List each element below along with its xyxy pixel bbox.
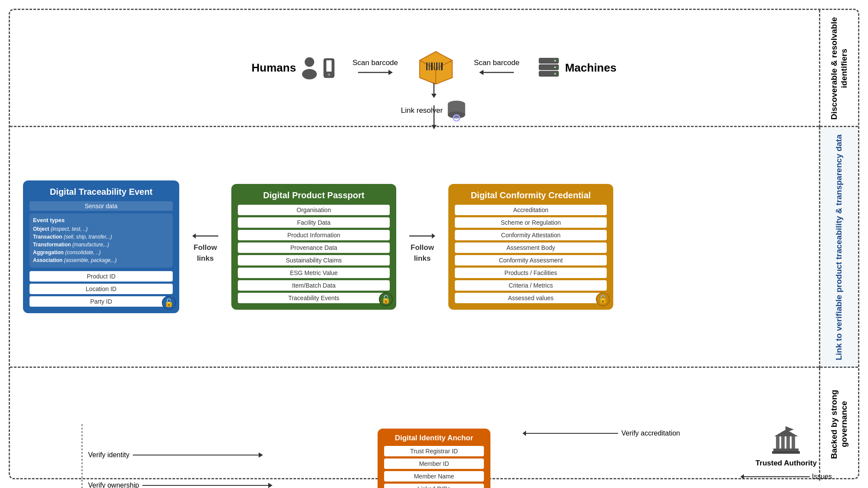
bot-row: Verify identity Verify ownership Digital… <box>10 368 858 481</box>
party-id: Party ID <box>30 296 173 307</box>
arrow-right-icon <box>358 67 393 78</box>
event-transaction: Transaction (sell, ship, transfer,..) <box>33 233 169 241</box>
verify-ownership-section: Verify ownership <box>88 481 273 488</box>
database-icon <box>446 100 467 121</box>
passport-product-info: Product Information <box>238 230 390 240</box>
top-to-mid-arrow <box>429 105 439 129</box>
humans-label: Humans <box>252 61 296 75</box>
issues-arrow <box>740 472 810 481</box>
verify-ownership-label: Verify ownership <box>88 481 139 488</box>
follow-links-right-label: Follow <box>411 243 434 252</box>
svg-marker-6 <box>388 70 393 75</box>
right-label-top: Discoverable & resolvable identifiers <box>819 10 858 127</box>
svg-rect-11 <box>426 62 427 70</box>
traceability-title: Digital Traceability Event <box>30 187 173 197</box>
svg-marker-35 <box>432 233 435 239</box>
conformity-products: Products / Facilities <box>455 268 607 278</box>
arrow-left-icon <box>479 67 514 78</box>
conformity-box: Digital Conformity Credential Accreditat… <box>448 184 613 310</box>
identity-member-name: Member Name <box>384 471 484 481</box>
verify-accreditation-arrow <box>523 429 618 438</box>
event-association: Association (assemble, package,..) <box>33 256 169 264</box>
svg-marker-44 <box>523 431 526 436</box>
conformity-items: Accreditation Scheme or Regulation Confo… <box>455 205 607 303</box>
conformity-attestation: Conformity Attestation <box>455 230 607 240</box>
event-object: Object (inspect, test, ..) <box>33 225 169 233</box>
passport-box: Digital Product Passport Organisation Fa… <box>231 184 396 310</box>
follow-links-left-label: Follow <box>194 243 217 252</box>
svg-rect-16 <box>439 62 440 70</box>
sensor-data: Sensor data <box>30 201 173 211</box>
right-label-top-text: Discoverable & resolvable identifiers <box>829 10 849 127</box>
svg-rect-51 <box>792 436 795 449</box>
svg-point-0 <box>305 57 314 67</box>
svg-marker-27 <box>431 94 437 98</box>
svg-rect-52 <box>773 449 799 451</box>
svg-rect-48 <box>776 436 779 449</box>
verify-accreditation-section: Verify accreditation <box>523 429 680 438</box>
scan-barcode-left-label: Scan barcode <box>352 59 398 67</box>
follow-links-right-label2: links <box>414 254 431 263</box>
verify-accreditation-label: Verify accreditation <box>621 429 680 437</box>
svg-marker-47 <box>774 429 798 436</box>
main-container: Humans Scan barcode <box>9 9 859 479</box>
conformity-assessment-body: Assessment Body <box>455 242 607 253</box>
svg-marker-55 <box>740 474 744 479</box>
passport-items: Organisation Facility Data Product Infor… <box>238 205 390 303</box>
scan-barcode-left: Scan barcode <box>352 59 398 78</box>
follow-links-right-arrow <box>409 231 435 241</box>
right-label-bot-text: Backed by strong governance <box>829 368 849 481</box>
conformity-assessment: Conformity Assessment <box>455 255 607 265</box>
left-vertical-line <box>82 424 82 488</box>
traceability-ids: Product ID Location ID Party ID <box>30 271 173 307</box>
follow-links-left: Follow links <box>192 231 218 263</box>
svg-point-25 <box>554 73 556 75</box>
right-label-mid-text: Link to verifiable product traceability … <box>834 134 844 360</box>
verify-identity-label: Verify identity <box>88 451 129 459</box>
svg-marker-33 <box>192 233 196 239</box>
location-id: Location ID <box>30 284 173 294</box>
conformity-assessed: Assessed values <box>455 293 607 303</box>
svg-marker-42 <box>268 483 273 488</box>
passport-organisation: Organisation <box>238 205 390 215</box>
svg-rect-17 <box>441 62 443 70</box>
svg-point-1 <box>302 69 317 79</box>
top-content: Humans Scan barcode <box>252 49 617 86</box>
svg-marker-19 <box>479 70 483 75</box>
scan-barcode-right-label: Scan barcode <box>474 59 519 67</box>
identity-items: Trust Registrar ID Member ID Member Name… <box>384 446 484 488</box>
traceability-box: Digital Traceability Event Sensor data E… <box>23 180 179 313</box>
machines-section: Machines <box>537 56 617 80</box>
sensor-data-label: Sensor data <box>85 203 118 210</box>
right-label-bot: Backed by strong governance <box>819 368 858 481</box>
traceability-lock: 🔓 <box>162 296 176 310</box>
server-icon <box>537 56 561 80</box>
conformity-title: Digital Conformity Credential <box>455 190 607 200</box>
scan-barcode-right: Scan barcode <box>474 59 519 78</box>
identity-title: Digital Identity Anchor <box>384 434 484 442</box>
svg-rect-53 <box>772 451 800 454</box>
issues-section: Issues <box>740 472 832 481</box>
verify-ownership-arrow <box>142 481 273 488</box>
svg-rect-14 <box>434 62 435 70</box>
person-icon <box>300 57 319 79</box>
follow-links-left-label2: links <box>197 254 214 263</box>
product-id: Product ID <box>30 271 173 282</box>
left-verify-section <box>82 424 82 488</box>
identity-anchor-container: Digital Identity Anchor Trust Registrar … <box>378 429 490 488</box>
institution-icon <box>770 424 802 457</box>
identity-linked-dids: Linked DIDs <box>384 484 484 488</box>
svg-point-24 <box>554 66 556 68</box>
passport-item-batch: Item/Batch Data <box>238 280 390 291</box>
event-types-section: Event types Object (inspect, test, ..) T… <box>30 213 173 268</box>
conformity-criteria: Criteria / Metrics <box>455 280 607 291</box>
down-arrow-icon <box>429 83 439 98</box>
mid-row: Digital Traceability Event Sensor data E… <box>10 127 858 368</box>
verify-identity-section: Verify identity <box>88 450 263 460</box>
conformity-scheme: Scheme or Regulation <box>455 217 607 228</box>
event-types-title: Event types <box>33 217 169 223</box>
machines-label: Machines <box>565 61 617 75</box>
svg-rect-3 <box>326 60 332 72</box>
svg-point-23 <box>554 60 556 62</box>
conformity-accreditation: Accreditation <box>455 205 607 215</box>
